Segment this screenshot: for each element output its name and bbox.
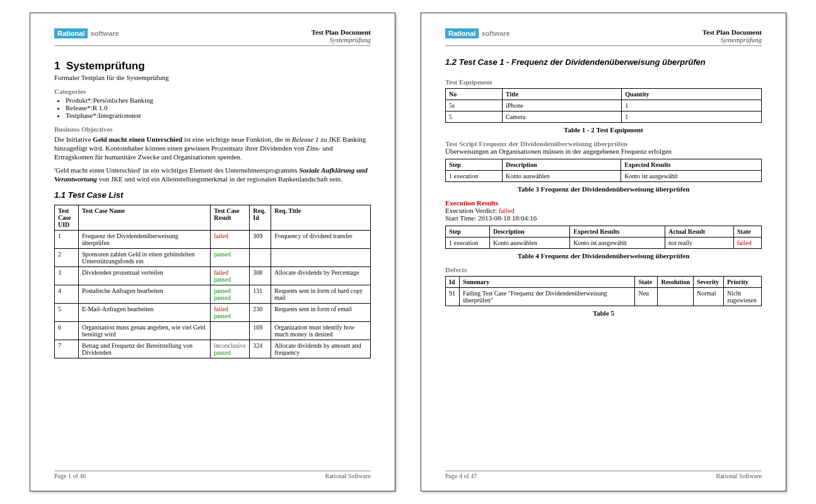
footer-company: Rational Software [325,472,371,479]
table-row: 4Postalische Anfragen bearbeitenpassedpa… [55,285,371,303]
defects-table: Id Summary State Resolution Severity Pri… [445,276,762,306]
th-resolution: Resolution [658,277,694,288]
categories-list: Produkt*:Persönliches Banking Release*:R… [66,96,371,119]
page-header: Rational software Test Plan Document Sys… [54,28,371,46]
cell-result: failedpassed [211,303,250,321]
section-number: 1 [54,60,60,72]
document-page-1: Rational software Test Plan Document Sys… [30,13,395,491]
cell-qty: 1 [622,112,762,123]
logo-left: Rational [54,28,88,38]
cell-exp: Konto ist ausgewählt [570,238,665,249]
th-result: Test Case Result [211,205,250,230]
th-step: Step [446,226,490,238]
cell-name: Sponsoren zahlen Geld in einen gebündelt… [79,248,211,266]
header-right: Test Plan Document Systemprüfung [702,28,762,43]
cell-resolution [658,288,694,306]
test-equipment-caption: Table 1 - 2 Test Equipment [445,126,762,134]
section-title: Systemprüfung [66,60,145,72]
logo: Rational software [54,28,122,38]
defects-caption: Table 5 [445,309,762,317]
cell-name: Betrag und Frequenz der Bereitstellung v… [79,340,211,358]
logo-left: Rational [445,28,479,38]
th-uid: Test Case UID [55,205,79,230]
page-header: Rational software Test Plan Document Sys… [445,28,762,46]
th-state: State [635,277,658,288]
logo-right: software [88,28,121,38]
page-content: 1.2 Test Case 1 - Frequenz der Dividende… [445,55,762,471]
cell-result: inconclusivepassed [211,340,250,358]
th-desc: Description [503,159,621,171]
cell-qty: 1 [622,100,762,112]
table-row: 1Frequenz der Dividendenüberweisung über… [55,230,371,248]
table-row: 2Sponsoren zahlen Geld in einen gebündel… [55,248,371,266]
test-script-table: Step Description Expected Results 1 exec… [445,159,762,182]
section-heading: 1 Systemprüfung [54,60,371,72]
execution-results-caption: Table 4 Frequenz der Dividendenüberweisu… [445,252,762,260]
footer-company: Rational Software [716,472,762,479]
th-exp: Expected Results [621,159,762,171]
cell-priority: Nicht zugewiesen [724,288,762,306]
cell-reqtitle: Requests sent in form of email [271,303,371,321]
doc-title: Test Plan Document [312,28,371,36]
execution-verdict: Execution Verdict: failed [445,207,762,214]
th-exp: Expected Results [570,226,665,238]
cell-uid: 4 [55,285,79,303]
cell-desc: Konto auswählen [490,238,570,249]
execution-results-label: Execution Results [445,199,762,207]
cell-result [211,321,250,340]
cell-reqid: 308 [250,266,271,285]
categories-label: Categories [54,88,371,95]
page-footer: Page 1 of 46 Rational Software [54,471,371,479]
cell-step: 1 execution [446,238,490,249]
th-summary: Summary [460,277,635,288]
cell-reqid: 324 [250,340,271,358]
th-id: Id [446,277,460,288]
footer-page-number: Page 1 of 46 [54,472,86,479]
cell-reqtitle: Allocate dividends by amount and frequen… [271,340,371,358]
document-page-2: Rational software Test Plan Document Sys… [421,13,786,491]
cell-result: passed [211,248,250,266]
table-header-row: Step Description Expected Results Actual… [446,226,762,238]
cell-state: Neu [635,288,658,306]
logo: Rational software [445,28,513,38]
cell-reqid: 131 [250,285,271,303]
cell-severity: Normal [694,288,724,306]
execution-start-time: Start Time: 2013-08-18 18:04:16 [445,214,762,222]
header-right: Test Plan Document Systemprüfung [312,28,371,43]
cell-summary: Failing Test Case "Frequenz der Dividend… [460,288,635,306]
cell-title: Camera [503,112,622,123]
th-act: Actual Result [665,226,733,238]
cell-reqid: 309 [250,230,271,248]
cell-uid: 2 [55,248,79,266]
test-equipment-label: Test Equipment [445,78,762,86]
doc-subtitle: Systemprüfung [702,36,762,43]
footer-page-number: Page 4 of 47 [445,472,477,479]
doc-title: Test Plan Document [702,28,762,36]
th-state: State [734,226,762,238]
th-qty: Quantity [622,89,762,100]
cell-step: 1 execution [446,171,503,182]
table-header-row: Test Case UID Test Case Name Test Case R… [55,205,371,230]
category-item: Produkt*:Persönliches Banking [66,96,371,104]
table-row: 5Camera1 [446,112,762,123]
cell-name: Organisation muss genau angeben, wie vie… [79,321,211,340]
table-header-row: Id Summary State Resolution Severity Pri… [446,277,762,288]
test-equipment-table: No Title Quantity 5siPhone15Camera1 [445,88,762,123]
cell-name: Postalische Anfragen bearbeiten [79,285,211,303]
test-case-list-table: Test Case UID Test Case Name Test Case R… [54,205,371,358]
th-no: No [446,89,503,100]
cell-uid: 6 [55,321,79,340]
th-name: Test Case Name [79,205,211,230]
execution-results-table: Step Description Expected Results Actual… [445,226,762,249]
category-item: Release*:R 1.0 [66,104,371,112]
category-item: Testphase*:Integrationstest [66,112,371,119]
table-row: 1 executionKonto auswählenKonto ist ausg… [446,171,762,182]
section-subtitle: Formaler Testplan für die Systemprüfung [54,74,371,81]
cell-name: Frequenz der Dividendenüberweisung überp… [79,230,211,248]
cell-reqtitle: Frequency of dividend transfer [271,230,371,248]
test-script-label: Test Script Frequenz der Dividendenüberw… [445,140,762,147]
cell-id: 91 [446,288,460,306]
cell-uid: 7 [55,340,79,358]
cell-result: failedpassed [211,266,250,285]
cell-uid: 5 [55,303,79,321]
